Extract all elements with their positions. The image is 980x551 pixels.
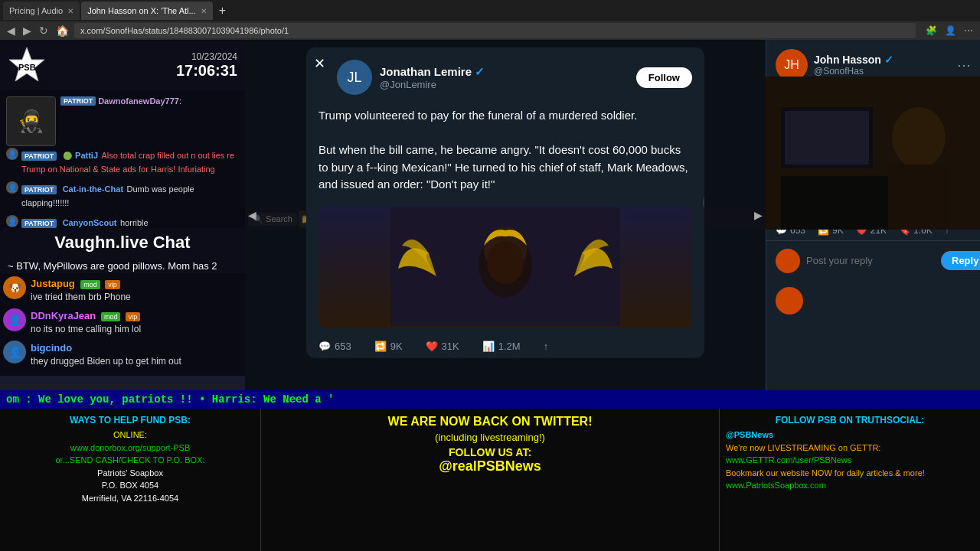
vip-badge-justapug: vip [105, 280, 120, 289]
comment-count: 653 [335, 341, 351, 352]
fund-po-box: P.O. BOX 4054 [6, 479, 254, 492]
patriot-badge-dawn: PATRIOT [60, 96, 96, 106]
website-bookmark-line: Bookmark our website NOW for daily artic… [726, 467, 974, 480]
tweet-views-btn[interactable]: 📊 1.2M [482, 341, 521, 352]
rs-reply-avatar [776, 249, 800, 273]
chat-row-bigcindo: 👤 bigcindo they drugged Biden up to get … [3, 341, 242, 367]
vaughn-btw-msg: BTW, MyPillows are good pillows. Mom has… [16, 260, 217, 272]
tweet-author-avatar: JL [337, 60, 372, 95]
browser-tabs: Pricing | Audio ✕ John Hasson on X: 'The… [0, 0, 980, 21]
home-btn[interactable]: 🏠 [54, 24, 71, 37]
vaughn-chat-title: Vaughn.live Chat [0, 228, 245, 257]
twitter-area: ◀ ✕ JL Jonathan Lemire ✓ @JonLemire Fo [245, 40, 766, 390]
tweet-header: JL Jonathan Lemire ✓ @JonLemire Follow [306, 47, 704, 101]
username-canyon: CanyonScout [63, 218, 117, 227]
tweet-like-btn[interactable]: ❤️ 31K [426, 341, 459, 352]
lower-chat-area: 🐶 Justapug mod vip ive tried them brb Ph… [0, 273, 245, 376]
tweet-handle: @JonLemire [380, 79, 485, 90]
chat-content-justapug: Justapug mod vip ive tried them brb Phon… [31, 276, 131, 302]
tweet-name-text: Jonathan Lemire [380, 65, 472, 78]
address-bar[interactable]: x.com/SonofHas/status/184883007103904198… [74, 23, 916, 38]
tweet-para1: Trump volunteered to pay for the funeral… [318, 107, 692, 125]
back-on-twitter-title: WE ARE NOW BACK ON TWITTER! [267, 415, 713, 429]
svg-point-5 [487, 241, 524, 284]
chat-msg-canyon: horrible [120, 218, 149, 227]
tweet-modal-overlay: ✕ JL Jonathan Lemire ✓ @JonLemire Follow [245, 40, 766, 390]
username-ddnkyra: DDnKyraJean [31, 310, 99, 321]
tweet-retweet-btn[interactable]: 🔁 9K [374, 341, 403, 352]
psb-logo: PSB [8, 46, 46, 84]
chat-row-justapug: 🐶 Justapug mod vip ive tried them brb Ph… [3, 276, 242, 302]
rs-verified-icon: ✓ [884, 54, 893, 66]
follow-btn[interactable]: Follow [636, 67, 692, 88]
chat-content-bigcindo: bigcindo they drugged Biden up to get hi… [31, 341, 181, 367]
bottom-panel-left: WAYS TO HELP FUND PSB: ONLINE: www.donor… [0, 409, 260, 551]
avatar-ddnkyra: 👤 [3, 308, 26, 331]
forward-btn[interactable]: ▶ [21, 24, 34, 37]
chat-row-ddnkyra: 👤 DDnKyraJean mod vip no its no tme call… [3, 308, 242, 334]
browser-chrome: Pricing | Audio ✕ John Hasson on X: 'The… [0, 0, 980, 40]
username-cat1: Cat-in-the-Chat [63, 184, 123, 194]
follow-at-label: FOLLOW US AT: [267, 446, 713, 458]
tab-john-hasson-label: John Hasson on X: 'The Atl... [87, 6, 196, 15]
gettr-line: We're now LIVESTREAMING on GETTR: [726, 442, 974, 455]
rs-reply-area: Reply [766, 241, 980, 281]
like-icon: ❤️ [426, 341, 438, 352]
ninja-avatar: 🥷 [6, 96, 56, 146]
website-url: www.PatriotsSoapbox.com [726, 479, 974, 492]
tweet-image [318, 206, 692, 328]
refresh-btn[interactable]: ↻ [37, 24, 51, 37]
bottom-panels: WAYS TO HELP FUND PSB: ONLINE: www.donor… [0, 409, 980, 551]
psb-star-logo: PSB [8, 46, 46, 84]
tab-close-pricing[interactable]: ✕ [67, 7, 74, 15]
chat-row-pattij: 👤 PATRIOT 🟢 PattiJ Also total crap fille… [3, 146, 242, 177]
username-ddn-suffix: Jean [74, 310, 96, 321]
tab-pricing[interactable]: Pricing | Audio ✕ [3, 2, 80, 20]
fund-url: www.donorbox.org/support-PSB [6, 442, 254, 455]
stream-overlay [766, 77, 980, 230]
svg-point-7 [892, 107, 946, 168]
upper-chat-area: 🥷 PATRIOT DawnofanewDay777 : 👤 PATRIOT 🟢… [0, 90, 245, 228]
rs-author-name: John Hasson ✓ [814, 54, 893, 66]
vaughn-tilde: ~ [8, 260, 14, 272]
extensions-btn[interactable]: 🧩 [923, 25, 939, 36]
rs-more-btn[interactable]: ⋯ [957, 57, 971, 73]
rs-author-info: John Hasson ✓ @SonofHas [814, 54, 893, 77]
vip-badge-ddnkyra: vip [126, 312, 141, 321]
rs-content-avatar [776, 287, 803, 315]
tweet-actions: 💬 653 🔁 9K ❤️ 31K 📊 1.2M [306, 334, 704, 358]
reply-btn[interactable]: Reply [941, 251, 980, 270]
username-pattij: PattiJ [75, 151, 98, 160]
tweet-content: Trump volunteered to pay for the funeral… [306, 101, 704, 200]
close-modal-btn[interactable]: ✕ [314, 55, 325, 72]
fund-online-label: ONLINE: [6, 429, 254, 442]
browser-nav: ◀ ▶ ↻ 🏠 x.com/SonofHas/status/1848830071… [0, 21, 980, 40]
chat-row-canyon: 👤 PATRIOT CanyonScout horrible [3, 214, 242, 228]
new-tab-btn[interactable]: + [214, 4, 230, 18]
bottom-panel-center: WE ARE NOW BACK ON TWITTER! (including l… [260, 409, 720, 551]
truthsocial-handle: @PSBNews [726, 429, 974, 442]
views-count: 1.2M [498, 341, 521, 352]
chat-msg-bigcindo: they drugged Biden up to get him out [31, 356, 181, 367]
address-text: x.com/SonofHas/status/184883007103904198… [80, 26, 289, 35]
fund-or-label: or...SEND CASH/CHECK TO P.O. BOX: [6, 454, 254, 467]
tweet-comments-btn[interactable]: 💬 653 [318, 341, 351, 352]
chat-colon-dawn: : [179, 96, 181, 106]
share-icon: ↑ [544, 341, 549, 352]
expand-right-arrow[interactable]: ▶ [754, 209, 763, 221]
chat-content-ddnkyra: DDnKyraJean mod vip no its no tme callin… [31, 308, 141, 334]
tweet-share-btn[interactable]: ↑ [544, 341, 549, 352]
settings-btn[interactable]: ⋯ [962, 25, 975, 36]
tweet-modal: ✕ JL Jonathan Lemire ✓ @JonLemire Follow [306, 47, 704, 358]
chat-row-dawn: PATRIOT DawnofanewDay777 : [60, 96, 239, 106]
fund-address-name: Patriots' Soapbox [6, 467, 254, 480]
collapse-left-arrow[interactable]: ◀ [248, 209, 256, 221]
tab-john-hasson[interactable]: John Hasson on X: 'The Atl... ✕ [81, 2, 213, 20]
rs-author-handle: @SonofHas [814, 66, 893, 77]
profile-btn[interactable]: 👤 [942, 25, 959, 36]
rs-reply-input[interactable] [806, 255, 935, 266]
back-on-twitter-sub: (including livestreaming!) [267, 432, 713, 443]
tab-pricing-label: Pricing | Audio [9, 6, 63, 15]
back-btn[interactable]: ◀ [5, 24, 18, 37]
tab-close-john-hasson[interactable]: ✕ [201, 7, 207, 15]
